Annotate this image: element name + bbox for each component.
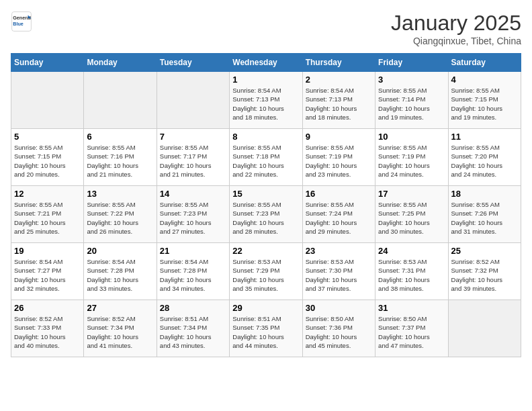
- day-info: Sunrise: 8:55 AM Sunset: 7:21 PM Dayligh…: [14, 200, 81, 236]
- day-number: 29: [232, 303, 299, 313]
- day-number: 9: [306, 132, 372, 142]
- day-number: 12: [14, 189, 81, 199]
- calendar-cell: 14Sunrise: 8:55 AM Sunset: 7:23 PM Dayli…: [157, 186, 229, 243]
- day-info: Sunrise: 8:55 AM Sunset: 7:16 PM Dayligh…: [87, 143, 153, 179]
- calendar-cell: 11Sunrise: 8:55 AM Sunset: 7:20 PM Dayli…: [448, 129, 521, 186]
- weekday-header-saturday: Saturday: [448, 54, 521, 72]
- day-info: Sunrise: 8:55 AM Sunset: 7:26 PM Dayligh…: [451, 200, 518, 236]
- calendar-cell: 23Sunrise: 8:53 AM Sunset: 7:30 PM Dayli…: [302, 243, 375, 300]
- day-info: Sunrise: 8:50 AM Sunset: 7:37 PM Dayligh…: [378, 314, 445, 350]
- day-info: Sunrise: 8:53 AM Sunset: 7:29 PM Dayligh…: [232, 257, 299, 293]
- day-number: 27: [87, 303, 153, 313]
- calendar-cell: 25Sunrise: 8:52 AM Sunset: 7:32 PM Dayli…: [448, 243, 521, 300]
- calendar-cell: 15Sunrise: 8:55 AM Sunset: 7:23 PM Dayli…: [230, 186, 302, 243]
- day-info: Sunrise: 8:55 AM Sunset: 7:19 PM Dayligh…: [306, 143, 372, 179]
- header: General Blue January 2025 Qiangqinxue, T…: [11, 11, 521, 46]
- weekday-header-tuesday: Tuesday: [157, 54, 229, 72]
- day-number: 11: [451, 132, 518, 142]
- day-info: Sunrise: 8:51 AM Sunset: 7:35 PM Dayligh…: [232, 314, 299, 350]
- day-info: Sunrise: 8:55 AM Sunset: 7:19 PM Dayligh…: [378, 143, 445, 179]
- calendar-cell: [157, 72, 229, 129]
- day-number: 1: [232, 75, 299, 85]
- calendar-cell: 31Sunrise: 8:50 AM Sunset: 7:37 PM Dayli…: [375, 300, 448, 357]
- day-number: 2: [306, 75, 372, 85]
- day-number: 4: [451, 75, 518, 85]
- calendar-cell: 18Sunrise: 8:55 AM Sunset: 7:26 PM Dayli…: [448, 186, 521, 243]
- day-info: Sunrise: 8:52 AM Sunset: 7:33 PM Dayligh…: [14, 314, 81, 350]
- calendar-cell: 9Sunrise: 8:55 AM Sunset: 7:19 PM Daylig…: [302, 129, 375, 186]
- day-info: Sunrise: 8:52 AM Sunset: 7:32 PM Dayligh…: [451, 257, 518, 293]
- weekday-header-monday: Monday: [84, 54, 157, 72]
- day-info: Sunrise: 8:55 AM Sunset: 7:23 PM Dayligh…: [232, 200, 299, 236]
- calendar-cell: 16Sunrise: 8:55 AM Sunset: 7:24 PM Dayli…: [302, 186, 375, 243]
- calendar-cell: 22Sunrise: 8:53 AM Sunset: 7:29 PM Dayli…: [230, 243, 302, 300]
- weekday-header-thursday: Thursday: [302, 54, 375, 72]
- logo-icon: General Blue: [11, 11, 32, 32]
- day-number: 8: [232, 132, 299, 142]
- day-number: 22: [232, 246, 299, 256]
- calendar-cell: 7Sunrise: 8:55 AM Sunset: 7:17 PM Daylig…: [157, 129, 229, 186]
- day-info: Sunrise: 8:55 AM Sunset: 7:25 PM Dayligh…: [378, 200, 445, 236]
- day-number: 23: [306, 246, 372, 256]
- day-info: Sunrise: 8:55 AM Sunset: 7:14 PM Dayligh…: [378, 86, 445, 122]
- calendar-cell: [448, 300, 521, 357]
- calendar-cell: 1Sunrise: 8:54 AM Sunset: 7:13 PM Daylig…: [230, 72, 302, 129]
- day-number: 15: [232, 189, 299, 199]
- calendar-title: January 2025: [391, 11, 521, 36]
- day-number: 20: [87, 246, 153, 256]
- day-info: Sunrise: 8:55 AM Sunset: 7:24 PM Dayligh…: [306, 200, 372, 236]
- day-info: Sunrise: 8:55 AM Sunset: 7:22 PM Dayligh…: [87, 200, 153, 236]
- day-info: Sunrise: 8:55 AM Sunset: 7:15 PM Dayligh…: [451, 86, 518, 122]
- calendar-cell: 29Sunrise: 8:51 AM Sunset: 7:35 PM Dayli…: [230, 300, 302, 357]
- day-info: Sunrise: 8:55 AM Sunset: 7:23 PM Dayligh…: [160, 200, 226, 236]
- day-info: Sunrise: 8:54 AM Sunset: 7:28 PM Dayligh…: [87, 257, 153, 293]
- calendar-cell: 5Sunrise: 8:55 AM Sunset: 7:15 PM Daylig…: [11, 129, 84, 186]
- day-number: 3: [378, 75, 445, 85]
- svg-text:Blue: Blue: [13, 21, 24, 27]
- day-info: Sunrise: 8:55 AM Sunset: 7:15 PM Dayligh…: [14, 143, 81, 179]
- day-info: Sunrise: 8:55 AM Sunset: 7:20 PM Dayligh…: [451, 143, 518, 179]
- day-info: Sunrise: 8:53 AM Sunset: 7:30 PM Dayligh…: [306, 257, 372, 293]
- calendar-cell: 28Sunrise: 8:51 AM Sunset: 7:34 PM Dayli…: [157, 300, 229, 357]
- day-number: 7: [160, 132, 226, 142]
- calendar-subtitle: Qiangqinxue, Tibet, China: [391, 36, 521, 46]
- weekday-header-wednesday: Wednesday: [230, 54, 302, 72]
- calendar-cell: 20Sunrise: 8:54 AM Sunset: 7:28 PM Dayli…: [84, 243, 157, 300]
- day-info: Sunrise: 8:54 AM Sunset: 7:13 PM Dayligh…: [306, 86, 372, 122]
- day-number: 24: [378, 246, 445, 256]
- day-number: 10: [378, 132, 445, 142]
- day-number: 31: [378, 303, 445, 313]
- day-number: 25: [451, 246, 518, 256]
- day-info: Sunrise: 8:50 AM Sunset: 7:36 PM Dayligh…: [306, 314, 372, 350]
- calendar-cell: 26Sunrise: 8:52 AM Sunset: 7:33 PM Dayli…: [11, 300, 84, 357]
- calendar-cell: 12Sunrise: 8:55 AM Sunset: 7:21 PM Dayli…: [11, 186, 84, 243]
- calendar-cell: 3Sunrise: 8:55 AM Sunset: 7:14 PM Daylig…: [375, 72, 448, 129]
- title-area: January 2025 Qiangqinxue, Tibet, China: [391, 11, 521, 46]
- day-number: 30: [306, 303, 372, 313]
- day-number: 13: [87, 189, 153, 199]
- weekday-header-sunday: Sunday: [11, 54, 84, 72]
- calendar-cell: 27Sunrise: 8:52 AM Sunset: 7:34 PM Dayli…: [84, 300, 157, 357]
- calendar-table: SundayMondayTuesdayWednesdayThursdayFrid…: [11, 53, 521, 357]
- calendar-cell: 30Sunrise: 8:50 AM Sunset: 7:36 PM Dayli…: [302, 300, 375, 357]
- calendar-cell: 17Sunrise: 8:55 AM Sunset: 7:25 PM Dayli…: [375, 186, 448, 243]
- calendar-cell: 21Sunrise: 8:54 AM Sunset: 7:28 PM Dayli…: [157, 243, 229, 300]
- calendar-cell: 19Sunrise: 8:54 AM Sunset: 7:27 PM Dayli…: [11, 243, 84, 300]
- day-info: Sunrise: 8:52 AM Sunset: 7:34 PM Dayligh…: [87, 314, 153, 350]
- day-info: Sunrise: 8:51 AM Sunset: 7:34 PM Dayligh…: [160, 314, 226, 350]
- day-number: 17: [378, 189, 445, 199]
- day-number: 21: [160, 246, 226, 256]
- calendar-cell: 10Sunrise: 8:55 AM Sunset: 7:19 PM Dayli…: [375, 129, 448, 186]
- logo: General Blue: [11, 11, 32, 32]
- day-info: Sunrise: 8:54 AM Sunset: 7:27 PM Dayligh…: [14, 257, 81, 293]
- day-number: 18: [451, 189, 518, 199]
- day-info: Sunrise: 8:54 AM Sunset: 7:28 PM Dayligh…: [160, 257, 226, 293]
- day-number: 19: [14, 246, 81, 256]
- calendar-cell: 24Sunrise: 8:53 AM Sunset: 7:31 PM Dayli…: [375, 243, 448, 300]
- day-info: Sunrise: 8:55 AM Sunset: 7:17 PM Dayligh…: [160, 143, 226, 179]
- calendar-cell: 6Sunrise: 8:55 AM Sunset: 7:16 PM Daylig…: [84, 129, 157, 186]
- day-number: 28: [160, 303, 226, 313]
- day-info: Sunrise: 8:53 AM Sunset: 7:31 PM Dayligh…: [378, 257, 445, 293]
- calendar-cell: 13Sunrise: 8:55 AM Sunset: 7:22 PM Dayli…: [84, 186, 157, 243]
- calendar-cell: 2Sunrise: 8:54 AM Sunset: 7:13 PM Daylig…: [302, 72, 375, 129]
